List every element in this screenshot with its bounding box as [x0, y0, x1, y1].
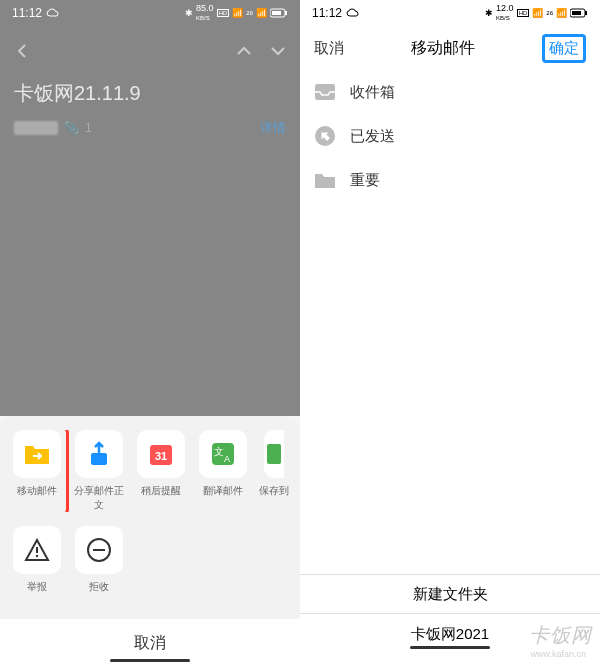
cloud-icon: [46, 8, 60, 18]
signal-icon: 📶: [532, 8, 543, 18]
action-share[interactable]: 分享邮件正文: [72, 430, 126, 512]
warning-icon: [24, 538, 50, 562]
action-label: 移动邮件: [17, 484, 57, 498]
action-label: 分享邮件正文: [72, 484, 126, 512]
email-subject: 卡饭网21.11.9: [14, 80, 286, 107]
selected-folder[interactable]: 卡饭网2021: [300, 614, 600, 654]
signal-icon-2: 📶: [556, 8, 567, 18]
action-reject[interactable]: 拒收: [72, 526, 126, 594]
battery-icon: [570, 8, 588, 18]
attachment-icon: 📎: [64, 121, 79, 135]
new-folder-button[interactable]: 新建文件夹: [300, 574, 600, 614]
sender-blurred: [14, 121, 58, 135]
move-email-highlight: 移动邮件: [10, 430, 69, 512]
folder-important[interactable]: 重要: [314, 158, 586, 202]
action-label: 拒收: [89, 580, 109, 594]
reject-icon: [86, 537, 112, 563]
folder-label: 已发送: [350, 127, 395, 146]
sent-icon: [314, 125, 336, 147]
page-title: 移动邮件: [411, 38, 475, 59]
status-bar: 11:12 ✱ 12.0KB/S HD 📶 26 📶: [300, 0, 600, 26]
network-icon: 26: [246, 10, 253, 16]
svg-rect-1: [285, 11, 287, 15]
save-icon: [267, 444, 281, 464]
left-screenshot: 11:12 ✱ 85.0KB/S HD 📶 26 📶: [0, 0, 300, 667]
folder-icon: [314, 169, 336, 191]
hd-icon: HD: [517, 9, 530, 17]
right-screenshot: 11:12 ✱ 12.0KB/S HD 📶 26 📶 取消 移动邮件 确定: [300, 0, 600, 667]
action-translate[interactable]: 文A 翻译邮件: [196, 430, 250, 512]
action-label: 翻译邮件: [203, 484, 243, 498]
svg-rect-9: [267, 444, 281, 464]
action-label: 举报: [27, 580, 47, 594]
cancel-button[interactable]: 取消: [0, 619, 300, 667]
svg-rect-16: [572, 11, 581, 15]
status-time: 11:12: [12, 6, 42, 20]
cancel-button[interactable]: 取消: [314, 39, 344, 58]
status-bar: 11:12 ✱ 85.0KB/S HD 📶 26 📶: [0, 0, 300, 26]
calendar-icon: 31: [148, 441, 174, 467]
action-label: 稍后提醒: [141, 484, 181, 498]
signal-icon: 📶: [232, 8, 243, 18]
action-sheet: 移动邮件 分享邮件正文 31 稍后提醒: [0, 416, 300, 667]
hd-icon: HD: [217, 9, 230, 17]
status-time: 11:12: [312, 6, 342, 20]
action-report[interactable]: 举报: [10, 526, 64, 594]
action-label: 保存到: [259, 484, 289, 498]
svg-rect-2: [272, 11, 281, 15]
gesture-bar: [410, 646, 490, 649]
folder-inbox[interactable]: 收件箱: [314, 70, 586, 114]
inbox-icon: [314, 81, 336, 103]
email-detail-link[interactable]: 详情: [260, 119, 286, 137]
back-icon[interactable]: [14, 43, 30, 59]
bluetooth-icon: ✱: [185, 8, 193, 18]
svg-point-11: [36, 555, 38, 557]
folder-label: 重要: [350, 171, 380, 190]
confirm-highlight: 确定: [542, 34, 586, 63]
svg-rect-15: [585, 11, 587, 15]
folder-move-icon: [23, 442, 51, 466]
attachment-count: 1: [85, 121, 92, 135]
chevron-up-icon[interactable]: [236, 45, 252, 57]
svg-text:A: A: [224, 454, 230, 464]
confirm-button[interactable]: 确定: [549, 39, 579, 56]
gesture-bar: [110, 659, 190, 662]
svg-text:文: 文: [214, 446, 224, 457]
action-remind[interactable]: 31 稍后提醒: [134, 430, 188, 512]
signal-icon-2: 📶: [256, 8, 267, 18]
battery-icon: [270, 8, 288, 18]
cloud-icon: [346, 8, 360, 18]
action-save[interactable]: 保存到: [258, 430, 290, 512]
move-email-header: 取消 移动邮件 确定: [300, 26, 600, 70]
folder-label: 收件箱: [350, 83, 395, 102]
svg-text:31: 31: [155, 450, 167, 462]
action-move-email[interactable]: 移动邮件: [10, 430, 64, 498]
chevron-down-icon[interactable]: [270, 45, 286, 57]
email-nav: [14, 36, 286, 66]
translate-icon: 文A: [210, 441, 236, 467]
folder-sent[interactable]: 已发送: [314, 114, 586, 158]
bluetooth-icon: ✱: [485, 8, 493, 18]
share-icon: [87, 441, 111, 467]
email-overlay: 卡饭网21.11.9 📎 1 详情: [0, 26, 300, 416]
folder-list: 收件箱 已发送 重要: [300, 70, 600, 202]
network-icon: 26: [546, 10, 553, 16]
